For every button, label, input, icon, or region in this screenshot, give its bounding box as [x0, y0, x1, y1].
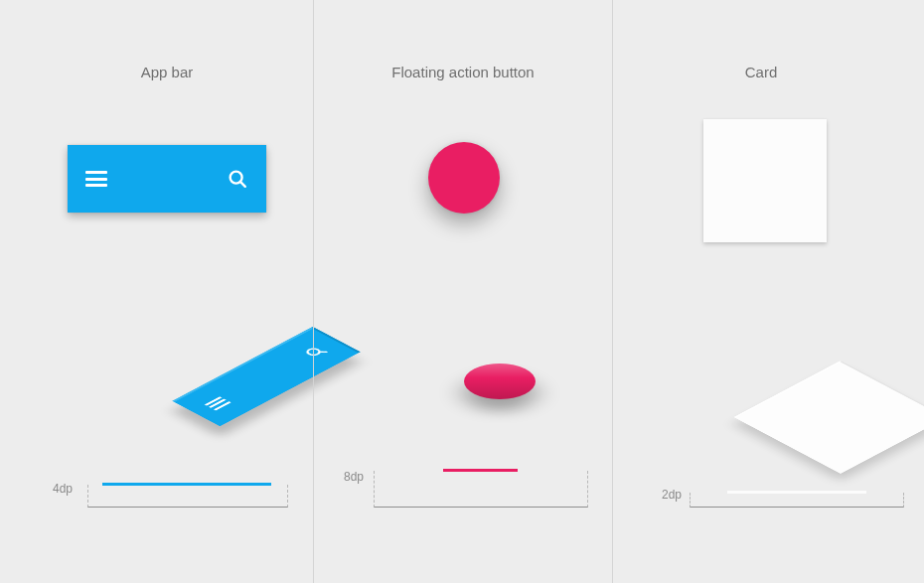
elevation-gauge-appbar: 4dp	[53, 464, 286, 508]
elevation-frame	[690, 493, 904, 508]
elevation-frame	[87, 485, 288, 508]
elevation-value: 4dp	[53, 482, 73, 496]
heading-fab: Floating action button	[314, 64, 612, 80]
hamburger-icon	[85, 171, 107, 187]
heading-appbar: App bar	[18, 64, 316, 80]
column-card: Card 2dp	[612, 0, 910, 583]
elevation-frame	[374, 471, 588, 508]
card-front-view	[703, 119, 827, 242]
elevation-value: 8dp	[344, 470, 364, 484]
appbar-front-view	[68, 145, 266, 213]
elevation-diagram: App bar	[0, 0, 924, 583]
search-icon	[227, 168, 248, 190]
fab-isometric-view	[464, 346, 536, 417]
heading-card: Card	[612, 64, 910, 80]
svg-line-1	[240, 182, 245, 187]
elevation-gauge-fab: 8dp	[344, 464, 587, 508]
fab-front-view	[428, 142, 500, 214]
elevation-gauge-card: 2dp	[662, 464, 905, 508]
column-appbar: App bar	[18, 0, 316, 583]
elevation-value: 2dp	[662, 488, 682, 502]
column-fab: Floating action button 8dp	[313, 0, 613, 583]
hamburger-icon	[204, 396, 231, 410]
